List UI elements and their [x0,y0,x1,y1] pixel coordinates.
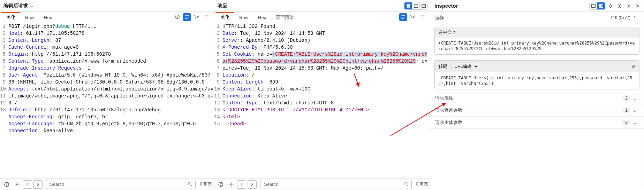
prev-icon[interactable] [23,180,32,189]
tab-hex[interactable]: Hex [253,12,271,22]
layout-single-icon[interactable] [404,2,412,9]
inspector-title: Inspector [434,3,458,9]
svg-rect-0 [185,15,189,16]
layout-vsplit-icon[interactable] [412,2,420,9]
chevron-down-icon[interactable]: ⌄ [630,108,639,113]
svg-rect-1 [185,17,189,17]
close-icon[interactable] [634,2,642,9]
chevron-down-icon[interactable]: ⌄ [30,3,34,8]
gear-icon[interactable] [625,2,632,9]
help-icon[interactable] [216,180,225,189]
response-code[interactable]: HTTP/1.1 302 FoundDate: Tue, 12 Nov 2024… [221,23,430,177]
svg-point-8 [16,184,18,185]
select-value: 119 (0x77) [611,15,630,20]
search-icon[interactable] [404,182,409,188]
panel-collapse-icon[interactable] [590,2,597,9]
body-label: 请求主体参数 [435,119,622,126]
gear-icon[interactable] [227,180,236,189]
query-row[interactable]: 请求查询参数 1 ⌄ [430,104,644,117]
svg-point-23 [221,185,221,186]
panel-split-icon[interactable] [597,2,605,9]
expand-all-icon[interactable] [607,2,614,9]
request-title: 编辑后请求 [3,3,28,9]
tab-beautify[interactable]: 美化 [1,12,20,22]
body-count: 2 [622,120,630,125]
selected-text-label: 选中文本 [435,27,639,38]
query-label: 请求查询参数 [435,107,622,113]
svg-rect-29 [601,4,603,7]
svg-point-30 [628,5,629,7]
svg-line-26 [407,185,408,186]
svg-rect-11 [407,4,410,7]
display-mode-icon[interactable] [399,13,407,21]
svg-rect-17 [401,17,405,17]
next-icon[interactable] [33,180,43,189]
search-input[interactable] [260,180,412,189]
help-icon[interactable] [2,180,11,189]
svg-point-9 [188,182,191,185]
decode-label: 解码: [438,63,449,70]
display-mode-icon[interactable] [183,13,191,21]
svg-rect-16 [401,15,405,16]
svg-line-10 [191,185,192,186]
menu-icon[interactable] [419,13,426,21]
tab-raw[interactable]: Raw [20,12,39,22]
decode-type-select[interactable]: URL编码 [452,63,479,70]
search-icon[interactable] [188,182,193,188]
select-label: 选择 [435,15,611,21]
chevron-up-icon[interactable]: ⌃ [630,15,639,21]
match-count: 0 高亮 [200,181,212,187]
svg-point-7 [7,185,7,186]
chevron-down-icon[interactable]: ⌄ [630,120,639,125]
prev-icon[interactable] [237,180,246,189]
menu-icon[interactable] [203,13,210,21]
layout-hsplit-icon[interactable] [420,2,427,9]
search-input[interactable] [46,180,196,189]
svg-rect-28 [599,4,601,7]
newline-icon[interactable]: \n [193,13,200,21]
match-count: 0 高亮 [416,181,428,187]
attrs-count: 2 [622,95,630,101]
collapse-all-icon[interactable] [616,2,623,9]
chevron-down-icon[interactable]: ⌄ [630,96,639,101]
gear-icon[interactable] [13,180,22,189]
query-count: 1 [622,108,630,113]
tab-hex[interactable]: Hex [39,12,57,22]
svg-rect-27 [591,4,595,7]
response-title: 响应 [218,3,227,9]
selected-text-value[interactable]: +CREATE+TABLE+Users%28id+int+primary+key… [435,38,639,54]
body-row[interactable]: 请求主体参数 2 ⌄ [430,117,644,129]
attrs-row[interactable]: 请求属性 2 ⌄ [430,92,644,104]
eye-off-icon[interactable] [173,13,181,21]
decoded-text[interactable]: CREATE TABLE Users(id int primary key,na… [435,72,639,89]
svg-rect-2 [185,18,187,19]
newline-icon[interactable]: \n [409,13,417,21]
svg-rect-18 [401,18,403,19]
decode-box: 解码: URL编码 ⊕ CREATE TABLE Users(id int pr… [434,60,639,89]
tab-render[interactable]: 页面渲染 [271,12,299,22]
tab-beautify[interactable]: 美化 [215,12,234,22]
select-row[interactable]: 选择 119 (0x77) ⌃ [430,12,644,24]
request-code[interactable]: POST /login.php?debug HTTP/1.1Host: 61.1… [7,23,214,177]
attrs-label: 请求属性 [435,95,622,101]
next-icon[interactable] [248,180,257,189]
add-decoder-icon[interactable]: ⊕ [632,64,636,69]
tab-raw[interactable]: Raw [234,12,253,22]
svg-point-25 [404,182,407,185]
selected-text-box: 选中文本 +CREATE+TABLE+Users%28id+int+primar… [434,27,639,55]
svg-point-24 [230,184,232,185]
